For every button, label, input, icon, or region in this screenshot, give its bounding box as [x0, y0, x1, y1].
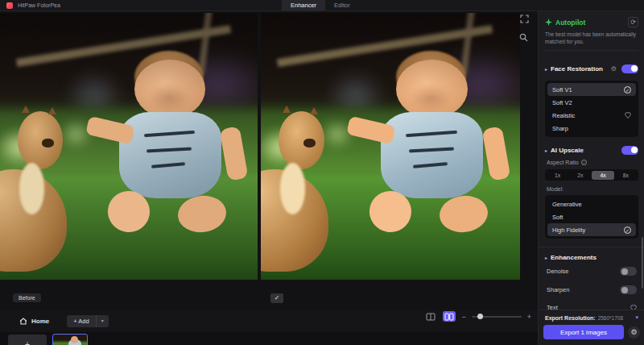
collapse-arrow-icon: ▸: [545, 66, 547, 72]
ratio-4x[interactable]: 4x: [592, 171, 614, 180]
home-label: Home: [31, 318, 49, 325]
premium-diamond-icon: [625, 112, 631, 118]
face-restoration-settings-icon[interactable]: ⚙: [611, 65, 617, 73]
model-high-fidelity[interactable]: High Fidelity ✓: [547, 223, 636, 236]
ai-upscale-toggle[interactable]: [621, 146, 638, 155]
option-soft-v1[interactable]: Soft V1 ✓: [547, 83, 636, 96]
info-icon[interactable]: i: [581, 160, 587, 165]
option-soft-v2[interactable]: Soft V2: [547, 96, 636, 109]
home-button[interactable]: Home: [19, 318, 49, 325]
tab-enhancer[interactable]: Enhancer: [282, 0, 325, 11]
ratio-8x[interactable]: 8x: [614, 171, 637, 180]
magnifier-icon[interactable]: [518, 32, 529, 43]
zoom-slider-knob[interactable]: [477, 314, 483, 319]
app-logo-icon: [6, 2, 13, 9]
app-window: HitPaw FotorPea Enhancer Editor: [0, 0, 644, 345]
enhancements-header[interactable]: ▸ Enhancements: [539, 251, 644, 263]
model-soft[interactable]: Soft: [547, 210, 636, 223]
option-realistic[interactable]: Realistic: [547, 109, 636, 122]
ai-upscale-title: AI Upscale: [551, 147, 621, 154]
sidebar-footer: Export Resolution: 2560*1708 ▾ Export 1 …: [539, 310, 644, 345]
denoise-row: Denoise: [539, 266, 644, 276]
aspect-ratio-label: Aspect Ratio: [547, 160, 579, 165]
add-button[interactable]: + Add ▾: [67, 315, 108, 327]
sidebar-scrollbar[interactable]: [642, 237, 644, 289]
after-image: [261, 13, 520, 280]
collapse-arrow-icon: ▸: [545, 255, 547, 260]
autopilot-refresh-button[interactable]: ⟳: [628, 17, 638, 27]
before-photo-scene: [0, 13, 258, 280]
ratio-2x[interactable]: 2x: [569, 171, 592, 180]
model-generative[interactable]: Generative: [547, 197, 636, 210]
divider: [539, 247, 644, 247]
collapse-arrow-icon: ▸: [545, 148, 547, 153]
add-image-tile[interactable]: +: [8, 335, 47, 345]
face-restoration-toggle[interactable]: [621, 64, 638, 73]
autopilot-header: Autopilot ⟳: [539, 16, 644, 28]
add-dropdown-caret[interactable]: ▾: [96, 315, 109, 327]
after-photo-scene: [261, 13, 520, 280]
side-by-side-view-icon[interactable]: [443, 311, 456, 322]
enhancements-title: Enhancements: [551, 254, 638, 261]
sharpen-row: Sharpen: [539, 285, 644, 295]
aspect-ratio-label-row: Aspect Ratio i: [539, 160, 644, 165]
export-button[interactable]: Export 1 images: [543, 325, 624, 339]
model-label: Model:: [539, 186, 644, 192]
zoom-out-button[interactable]: −: [461, 313, 465, 321]
home-icon: [19, 318, 27, 325]
export-settings-gear-icon[interactable]: ⚙: [628, 326, 640, 339]
face-restoration-header[interactable]: ▸ Face Restoration ⚙: [539, 63, 644, 74]
face-restoration-options: Soft V1 ✓ Soft V2 Realistic Sharp: [545, 81, 638, 137]
thumbnail-strip: +: [0, 332, 538, 345]
sharpen-label: Sharpen: [547, 286, 620, 293]
app-title: HitPaw FotorPea: [18, 2, 60, 8]
add-label[interactable]: + Add: [67, 315, 95, 327]
face-restoration-title: Face Restoration: [551, 65, 611, 73]
ratio-1x[interactable]: 1x: [547, 171, 569, 180]
selected-check-icon: ✓: [624, 227, 631, 234]
apply-check-button[interactable]: ✓: [270, 293, 283, 303]
main-tabs: Enhancer Editor: [282, 0, 359, 11]
export-resolution-label: Export Resolution:: [545, 315, 596, 321]
canvas-area: Before ✓ Home + Add ▾: [0, 11, 538, 345]
autopilot-sparkle-icon: [545, 19, 552, 26]
split-view-icon[interactable]: [424, 311, 437, 322]
selected-check-icon: ✓: [624, 86, 631, 94]
sharpen-toggle[interactable]: [620, 285, 637, 294]
model-options: Generative Soft High Fidelity ✓: [545, 195, 638, 239]
denoise-toggle[interactable]: [620, 267, 637, 276]
settings-sidebar: Autopilot ⟳ The best model has been auto…: [538, 11, 644, 345]
before-image: [0, 13, 258, 280]
title-bar: HitPaw FotorPea Enhancer Editor: [0, 0, 644, 11]
divider: [545, 50, 638, 51]
export-resolution-caret-icon[interactable]: ▾: [635, 314, 638, 321]
tab-editor[interactable]: Editor: [325, 0, 359, 11]
view-controls: − +: [424, 311, 531, 322]
zoom-in-button[interactable]: +: [527, 313, 531, 321]
autopilot-title: Autopilot: [555, 19, 628, 27]
image-thumbnail-selected[interactable]: [52, 334, 88, 345]
export-resolution-row: Export Resolution: 2560*1708 ▾: [539, 310, 644, 321]
autopilot-description: The best model has been automatically ma…: [539, 31, 644, 45]
option-sharp[interactable]: Sharp: [547, 122, 636, 135]
aspect-ratio-segmented: 1x 2x 4x 8x: [545, 169, 638, 181]
ai-upscale-header[interactable]: ▸ AI Upscale: [539, 144, 644, 156]
denoise-label: Denoise: [547, 268, 620, 275]
export-resolution-value: 2560*1708: [598, 315, 636, 321]
before-label: Before: [13, 293, 41, 302]
fullscreen-icon[interactable]: [519, 14, 530, 24]
zoom-slider[interactable]: [472, 313, 522, 321]
